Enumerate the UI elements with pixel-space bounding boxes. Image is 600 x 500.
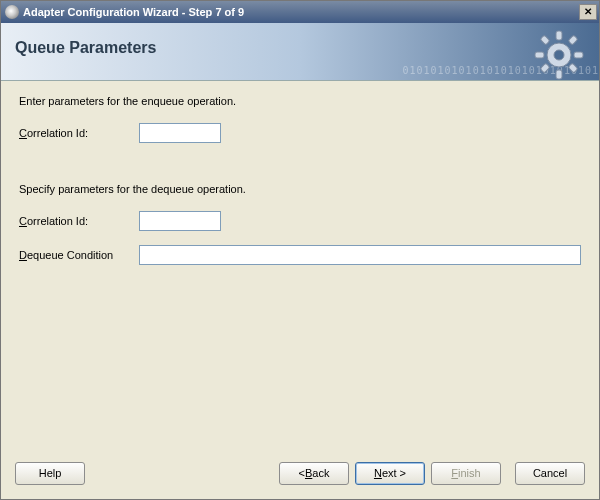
close-icon: ✕ <box>584 7 592 17</box>
button-bar: Help < Back Next > Finish Cancel <box>1 457 599 499</box>
window-title: Adapter Configuration Wizard - Step 7 of… <box>23 6 579 18</box>
help-button[interactable]: Help <box>15 462 85 485</box>
dequeue-condition-input[interactable] <box>139 245 581 265</box>
next-button[interactable]: Next > <box>355 462 425 485</box>
svg-rect-2 <box>556 31 562 40</box>
enqueue-instruction: Enter parameters for the enqueue operati… <box>19 95 581 107</box>
enqueue-correlation-input[interactable] <box>139 123 221 143</box>
app-icon <box>5 5 19 19</box>
svg-rect-6 <box>540 35 550 45</box>
svg-rect-5 <box>574 52 583 58</box>
dequeue-instruction: Specify parameters for the dequeue opera… <box>19 183 581 195</box>
content-area: Enter parameters for the enqueue operati… <box>1 81 599 457</box>
dequeue-correlation-input[interactable] <box>139 211 221 231</box>
enqueue-correlation-label: Correlation Id: <box>19 127 139 139</box>
close-button[interactable]: ✕ <box>579 4 597 20</box>
svg-point-1 <box>554 50 564 60</box>
svg-rect-8 <box>568 35 578 45</box>
dequeue-correlation-row: Correlation Id: <box>19 211 581 231</box>
svg-rect-4 <box>535 52 544 58</box>
enqueue-correlation-row: Correlation Id: <box>19 123 581 143</box>
dequeue-condition-label: Dequeue Condition <box>19 249 139 261</box>
titlebar: Adapter Configuration Wizard - Step 7 of… <box>1 1 599 23</box>
header-banner: Queue Parameters 01010101010101010101010… <box>1 23 599 81</box>
dequeue-correlation-label: Correlation Id: <box>19 215 139 227</box>
svg-rect-3 <box>556 70 562 79</box>
gear-icon <box>531 27 587 81</box>
back-button[interactable]: < Back <box>279 462 349 485</box>
cancel-button[interactable]: Cancel <box>515 462 585 485</box>
svg-rect-7 <box>568 63 578 73</box>
wizard-window: Adapter Configuration Wizard - Step 7 of… <box>0 0 600 500</box>
svg-rect-9 <box>540 63 550 73</box>
finish-button: Finish <box>431 462 501 485</box>
page-title: Queue Parameters <box>15 39 156 57</box>
dequeue-condition-row: Dequeue Condition <box>19 245 581 265</box>
